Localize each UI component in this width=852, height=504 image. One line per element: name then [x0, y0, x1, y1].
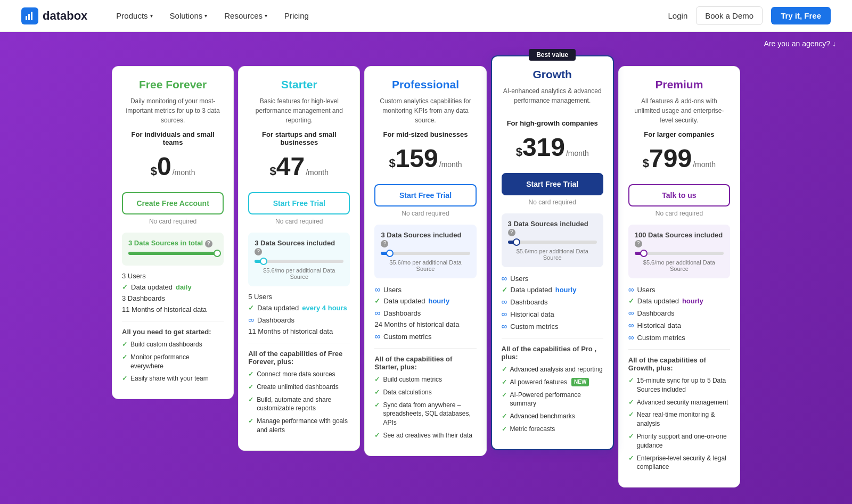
- price-free: $ 0 /month: [122, 154, 224, 179]
- price-period-premium: /month: [693, 160, 716, 169]
- price-period-starter: /month: [306, 168, 329, 177]
- plan-target-premium: For larger companies: [628, 130, 730, 138]
- logo-text: databox: [43, 9, 87, 23]
- ds-section-starter: 3 Data Sources included ? $5.6/mo per ad…: [248, 233, 350, 286]
- cta-premium-button[interactable]: Talk to us: [628, 184, 730, 206]
- plan-target-free: For individuals and small teams: [122, 130, 224, 146]
- plan-starter: Starter Basic features for high-level pe…: [238, 66, 360, 451]
- plan-name-starter: Starter: [248, 78, 350, 91]
- logo[interactable]: databox: [21, 7, 87, 24]
- capabilities-growth: All of the capabilities of Pro , plus: ✓…: [502, 338, 603, 434]
- ds-additional-growth: $5.6/mo per additional Data Source: [508, 248, 597, 261]
- ds-label-growth: 3 Data Sources included ?: [508, 220, 597, 236]
- cta-growth-button[interactable]: Start Free Trial: [502, 173, 603, 195]
- svg-rect-2: [31, 12, 32, 20]
- nav-links: Products ▾ Solutions ▾ Resources ▾ Prici…: [109, 7, 668, 24]
- pricing-section: Are you an agency? ↓ Free Forever Daily …: [0, 32, 852, 504]
- price-pro: $ 159 /month: [374, 146, 476, 171]
- features-list-free: 3 Users ✓ Data updated daily 3 Dashboard…: [122, 272, 224, 313]
- ds-section-pro: 3 Data Sources included ? $5.6/mo per ad…: [374, 225, 476, 278]
- capabilities-title-premium: All of the capabilities of Growth, plus:: [628, 356, 730, 372]
- capabilities-starter: All of the capabilities of Free Forever,…: [248, 343, 350, 435]
- nav-solutions[interactable]: Solutions ▾: [162, 7, 215, 24]
- ds-section-premium: 100 Data Sources included ? $5.6/mo per …: [628, 225, 730, 278]
- plan-target-pro: For mid-sized businesses: [374, 130, 476, 138]
- logo-svg: [24, 11, 35, 21]
- plan-desc-free: Daily monitoring of your most-important …: [122, 96, 224, 125]
- try-free-button[interactable]: Try it, Free: [771, 7, 831, 24]
- cta-pro-button[interactable]: Start Free Trial: [374, 184, 476, 206]
- best-value-badge: Best value: [529, 49, 576, 61]
- agency-link[interactable]: Are you an agency? ↓: [16, 32, 836, 50]
- capabilities-free: All you need to get started: ✓Build cust…: [122, 321, 224, 383]
- capabilities-title-growth: All of the capabilities of Pro , plus:: [502, 345, 603, 361]
- features-list-premium: ∞ Users ✓ Data updated hourly ∞ Dashboar…: [628, 285, 730, 342]
- cta-free-button[interactable]: Create Free Account: [122, 192, 224, 214]
- plan-growth: Best value Growth AI-enhanced analytics …: [491, 55, 614, 450]
- login-button[interactable]: Login: [668, 11, 688, 20]
- ds-label-pro: 3 Data Sources included ?: [381, 231, 470, 247]
- no-card-starter: No card required: [248, 218, 350, 225]
- capabilities-title-starter: All of the capabilities of Free Forever,…: [248, 350, 350, 366]
- price-growth: $ 319 /month: [502, 135, 603, 160]
- plan-target-starter: For startups and small businesses: [248, 130, 350, 146]
- capabilities-pro: All of the capabilities of Starter, plus…: [374, 348, 476, 440]
- nav-pricing[interactable]: Pricing: [277, 7, 316, 24]
- price-amount-starter: 47: [276, 154, 305, 179]
- plan-desc-pro: Custom analytics capabilities for monito…: [374, 96, 476, 125]
- ds-section-growth: 3 Data Sources included ? $5.6/mo per ad…: [502, 213, 603, 267]
- plan-target-growth: For high-growth companies: [502, 119, 603, 127]
- capabilities-list-starter: ✓Connect more data sources ✓Create unlim…: [248, 370, 350, 435]
- book-demo-button[interactable]: Book a Demo: [696, 6, 763, 25]
- ds-label-starter: 3 Data Sources included ?: [255, 239, 343, 255]
- plan-name-growth: Growth: [502, 68, 603, 81]
- capabilities-list-free: ✓Build custom dashboards ✓Monitor perfor…: [122, 340, 224, 383]
- price-period: /month: [173, 168, 195, 177]
- plan-desc-premium: All features & add-ons with unlimited us…: [628, 96, 730, 125]
- cta-starter-button[interactable]: Start Free Trial: [248, 192, 350, 214]
- plan-free: Free Forever Daily monitoring of your mo…: [112, 66, 234, 399]
- ds-label-free: 3 Data Sources in total ?: [128, 239, 217, 247]
- features-list-pro: ∞ Users ✓ Data updated hourly ∞ Dashboar…: [374, 285, 476, 341]
- no-card-growth: No card required: [502, 199, 603, 206]
- svg-rect-1: [28, 14, 30, 20]
- price-premium: $ 799 /month: [628, 146, 730, 171]
- ds-label-premium: 100 Data Sources included ?: [635, 231, 724, 247]
- navbar: databox Products ▾ Solutions ▾ Resources…: [0, 0, 852, 32]
- capabilities-title-pro: All of the capabilities of Starter, plus…: [374, 355, 476, 371]
- svg-rect-0: [26, 16, 27, 20]
- ds-additional-premium: $5.6/mo per additional Data Source: [635, 259, 724, 272]
- price-amount-growth: 319: [522, 135, 565, 160]
- capabilities-list-growth: ✓Advanced analysis and reporting ✓AI pow…: [502, 365, 603, 434]
- nav-products[interactable]: Products ▾: [109, 7, 160, 24]
- chevron-down-icon: ▾: [265, 13, 267, 19]
- features-list-starter: 5 Users ✓ Data updated every 4 hours ∞ D…: [248, 293, 350, 335]
- price-period-growth: /month: [566, 149, 589, 158]
- plan-name-premium: Premium: [628, 78, 730, 91]
- ds-additional-pro: $5.6/mo per additional Data Source: [381, 259, 470, 272]
- price-starter: $ 47 /month: [248, 154, 350, 179]
- nav-resources[interactable]: Resources ▾: [217, 7, 275, 24]
- logo-icon: [21, 7, 38, 24]
- plan-name-pro: Professional: [374, 78, 476, 91]
- ds-section-free: 3 Data Sources in total ?: [122, 233, 224, 266]
- chevron-down-icon: ▾: [204, 13, 207, 19]
- ds-additional-starter: $5.6/mo per additional Data Source: [255, 267, 343, 280]
- plan-desc-growth: AI-enhanced analytics & advanced perform…: [502, 86, 603, 114]
- plan-premium: Premium All features & add-ons with unli…: [618, 66, 740, 488]
- capabilities-premium: All of the capabilities of Growth, plus:…: [628, 349, 730, 472]
- pricing-cards: Free Forever Daily monitoring of your mo…: [112, 50, 740, 488]
- price-amount-premium: 799: [649, 146, 692, 171]
- plan-desc-starter: Basic features for high-level performanc…: [248, 96, 350, 125]
- no-card-pro: No card required: [374, 210, 476, 217]
- price-amount-pro: 159: [396, 146, 438, 171]
- capabilities-list-pro: ✓Build custom metrics ✓Data calculations…: [374, 375, 476, 440]
- plan-name-free: Free Forever: [122, 78, 224, 91]
- chevron-down-icon: ▾: [150, 13, 153, 19]
- price-period-pro: /month: [439, 160, 462, 169]
- no-card-premium: No card required: [628, 210, 730, 217]
- plan-professional: Professional Custom analytics capabiliti…: [364, 66, 486, 456]
- price-amount: 0: [157, 154, 171, 179]
- features-list-growth: ∞ Users ✓ Data updated hourly ∞ Dashboar…: [502, 274, 603, 331]
- price-dollar: $: [151, 164, 157, 178]
